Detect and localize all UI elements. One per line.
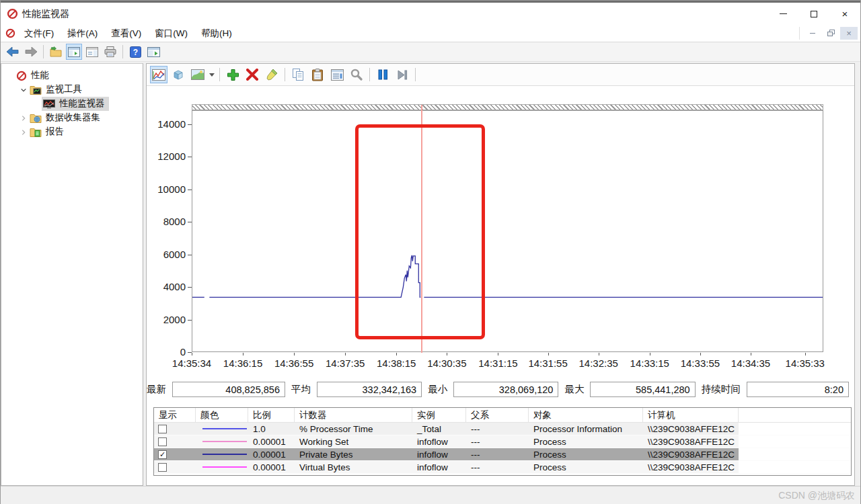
console-tree-panel: 性能监视工具性能监视器数据收集器集报告 — [1, 63, 143, 486]
export-button[interactable] — [48, 44, 64, 60]
sidebar-item-label: 报告 — [44, 125, 67, 139]
cell-object: Process — [529, 461, 643, 473]
show-hide-action-pane-button[interactable] — [84, 44, 100, 60]
menu-item-3[interactable]: 窗口(W) — [148, 26, 194, 42]
counter-row-1[interactable]: 0.00001Working Setinfoflow---Process\\23… — [154, 435, 851, 448]
x-axis-tick — [700, 353, 701, 355]
counter-color-swatch — [202, 466, 247, 468]
table-cell — [154, 461, 196, 473]
annotation-highlight-box — [355, 124, 485, 339]
sidebar-item-4[interactable]: 报告 — [1, 125, 143, 139]
graph-type-icon — [191, 69, 204, 80]
show-checkbox[interactable] — [158, 437, 167, 446]
graph-type-caret-button[interactable] — [209, 66, 215, 83]
chevron-down-icon[interactable] — [19, 87, 28, 93]
sidebar-item-2[interactable]: 性能监视器 — [1, 97, 143, 111]
column-header-3[interactable]: 计数器 — [295, 408, 412, 422]
sidebar-item-label: 性能 — [30, 69, 52, 83]
column-header-0[interactable]: 显示 — [154, 408, 196, 422]
freeze-display-button[interactable] — [374, 66, 391, 83]
cell-scale: 0.00001 — [248, 461, 295, 473]
show-checkbox[interactable] — [158, 463, 167, 472]
highlight-pen-icon — [266, 69, 278, 81]
back-button[interactable] — [5, 44, 21, 60]
y-axis-tick — [188, 320, 192, 321]
mdi-minimize-button[interactable] — [804, 27, 821, 40]
maximize-button[interactable] — [798, 3, 829, 25]
chart-plot — [192, 110, 823, 352]
x-axis-label: 14:37:35 — [320, 358, 371, 369]
stat-value-0: 408,825,856 — [172, 382, 285, 397]
menu-item-1[interactable]: 操作(A) — [61, 26, 104, 42]
show-checkbox[interactable] — [158, 425, 167, 433]
x-axis-label: 14:31:55 — [523, 358, 574, 369]
menu-item-0[interactable]: 文件(F) — [17, 26, 61, 42]
minimize-button[interactable] — [768, 3, 798, 25]
print-button[interactable] — [102, 44, 118, 60]
perfmon-view-panel: 02000400060008000100001200014000 14:35:3… — [146, 63, 855, 486]
show-checkbox[interactable]: ✓ — [158, 450, 167, 459]
export-folder-icon — [50, 46, 62, 57]
folder-monitor-icon — [30, 85, 42, 95]
row-filler — [739, 461, 851, 473]
sidebar-item-1[interactable]: 监视工具 — [1, 83, 143, 97]
column-header-2[interactable]: 比例 — [248, 408, 295, 422]
copy-properties-button[interactable] — [289, 66, 307, 83]
counter-row-0[interactable]: 1.0% Processor Time_Total---Processor In… — [154, 423, 851, 435]
menu-bar: 文件(F)操作(A)查看(V)窗口(W)帮助(H) × — [1, 25, 860, 42]
counter-color-swatch — [202, 428, 247, 429]
toolbar-separator — [43, 45, 44, 58]
row-filler — [739, 435, 851, 448]
chevron-right-icon[interactable] — [19, 115, 28, 122]
help-button[interactable]: ? — [127, 44, 143, 60]
sidebar-item-0[interactable]: 性能 — [1, 69, 143, 83]
stat-label-2: 最小 — [428, 383, 447, 396]
mdi-restore-icon — [827, 30, 835, 37]
x-axis-label: 14:35:34 — [166, 358, 217, 369]
cell-scale: 0.00001 — [248, 448, 295, 460]
x-axis-label: 14:30:35 — [421, 358, 472, 369]
column-header-6[interactable]: 对象 — [529, 408, 643, 422]
view-log-data-button[interactable] — [170, 66, 187, 83]
table-cell: ✓ — [154, 448, 196, 460]
sidebar-item-3[interactable]: 数据收集器集 — [1, 111, 143, 125]
menu-item-4[interactable]: 帮助(H) — [194, 26, 239, 42]
paste-counter-list-button[interactable] — [309, 66, 326, 83]
forward-button[interactable] — [23, 44, 39, 60]
show-hide-console-tree-button[interactable] — [66, 44, 82, 60]
counter-color-swatch — [202, 454, 247, 455]
menu-item-2[interactable]: 查看(V) — [104, 26, 148, 42]
x-axis-tick — [498, 353, 498, 355]
chevron-right-icon[interactable] — [19, 129, 28, 136]
cell-scale: 0.00001 — [248, 435, 295, 448]
table-cell — [196, 423, 248, 435]
counter-row-3[interactable]: 0.00001Virtual Bytesinfoflow---Process\\… — [154, 461, 851, 474]
column-header-7[interactable]: 计算机 — [643, 408, 739, 422]
update-data-button[interactable] — [394, 66, 411, 83]
counter-row-2[interactable]: ✓0.00001Private Bytesinfoflow---Process\… — [154, 448, 851, 461]
cell-computer: \\239C9038AFFE12C — [643, 423, 739, 435]
new-window-button[interactable] — [145, 44, 161, 60]
column-header-4[interactable]: 实例 — [412, 408, 466, 422]
view-current-activity-button[interactable] — [150, 66, 167, 83]
stat-label-4: 持续时间 — [702, 383, 741, 396]
y-axis-label: 14000 — [147, 118, 186, 130]
y-axis-tick — [188, 222, 192, 222]
close-button[interactable]: × — [829, 3, 860, 25]
column-header-5[interactable]: 父系 — [466, 408, 529, 422]
mdi-restore-button[interactable] — [822, 27, 839, 40]
change-graph-type-button[interactable] — [189, 66, 207, 83]
properties-button[interactable] — [328, 66, 346, 83]
mdi-close-button[interactable]: × — [840, 27, 858, 40]
cell-parent: --- — [466, 461, 529, 473]
log-cube-icon — [172, 69, 184, 81]
delete-counter-button[interactable] — [244, 66, 261, 83]
cell-computer: \\239C9038AFFE12C — [643, 448, 739, 460]
add-counter-button[interactable] — [224, 66, 241, 83]
column-header-1[interactable]: 颜色 — [196, 408, 248, 422]
stats-row: 最新408,825,856平均332,342,163最小328,069,120最… — [147, 382, 849, 397]
folder-collector-icon — [30, 113, 42, 123]
zoom-button[interactable] — [348, 66, 365, 83]
highlight-button[interactable] — [263, 66, 280, 83]
y-axis-tick — [188, 190, 192, 190]
